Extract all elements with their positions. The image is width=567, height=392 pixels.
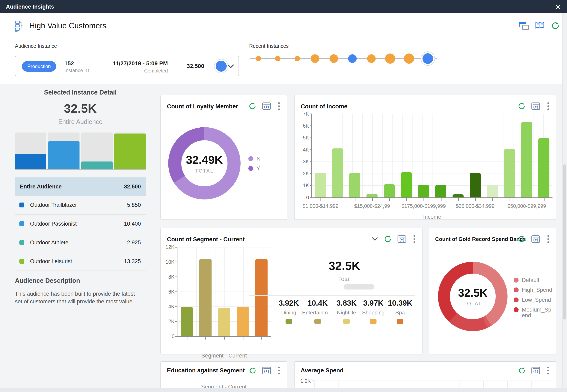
stat-swatch	[285, 319, 292, 324]
live-window-icon[interactable]: ()	[262, 102, 271, 110]
minichart-baseline	[15, 169, 146, 170]
bar	[418, 185, 429, 198]
instance-count: 32,500	[187, 63, 204, 70]
refresh-icon[interactable]	[249, 367, 256, 375]
instance-dot[interactable]	[311, 54, 319, 63]
legend-dot	[248, 156, 253, 161]
bar	[504, 149, 515, 197]
chevron-down-icon[interactable]	[372, 237, 378, 241]
live-window-icon[interactable]: ()	[398, 235, 406, 243]
donut-total-label: TOTAL	[463, 301, 482, 307]
instance-id-value: 152	[64, 60, 74, 67]
x-tick-label: $15,000-$24,99	[354, 203, 390, 209]
bar	[199, 259, 211, 336]
card-segment-current: Count of Segment - Current () Segment - …	[161, 228, 422, 354]
segment-label: Outdoor Leisurist	[30, 258, 72, 265]
refresh-icon[interactable]	[518, 367, 526, 375]
instance-dot[interactable]	[348, 54, 357, 63]
legend-item: Medium_Spend	[514, 307, 554, 319]
close-icon[interactable]: ✕	[553, 3, 562, 12]
more-menu-icon[interactable]	[412, 234, 417, 244]
more-menu-icon[interactable]	[546, 101, 551, 111]
stat-label: Spa	[387, 309, 414, 316]
more-menu-icon[interactable]	[277, 366, 282, 375]
window-titlebar: Audience Insights ✕	[0, 0, 567, 13]
list-item[interactable]: Outdoor Trailblazer5,850	[15, 196, 146, 215]
card-education-segment: Education against Segment () Segment - C…	[161, 361, 287, 392]
instance-card-divider	[177, 59, 177, 73]
x-axis-title: Segment - Current	[178, 353, 271, 359]
instance-dot[interactable]	[275, 56, 281, 61]
y-tick-label: 2K	[168, 319, 175, 324]
y-tick-label: 1K	[303, 182, 309, 188]
live-window-icon[interactable]: ()	[531, 367, 540, 374]
stat-column: 10.4KEntertainm…	[302, 299, 333, 324]
x-tick	[406, 198, 407, 201]
stat-value: 3.92K	[275, 299, 302, 308]
scrollbar-thumb[interactable]	[563, 164, 566, 320]
summary-value: 32,500	[124, 183, 141, 190]
x-tick	[475, 198, 476, 201]
x-tick	[187, 337, 187, 339]
refresh-icon[interactable]	[518, 235, 526, 243]
live-window-icon[interactable]: ()	[531, 102, 540, 110]
refresh-icon[interactable]	[384, 235, 392, 243]
more-menu-icon[interactable]	[546, 234, 551, 244]
bar	[181, 307, 193, 336]
card-title: Count of Gold Record Spend Bands	[435, 236, 526, 242]
entire-audience-row[interactable]: Entire Audience 32,500	[15, 177, 146, 196]
instance-dot[interactable]	[404, 54, 414, 64]
instance-dot[interactable]	[256, 56, 261, 61]
more-menu-icon[interactable]	[546, 366, 551, 375]
vertical-scrollbar[interactable]	[562, 13, 567, 388]
stat-value: 3.97K	[360, 299, 387, 308]
bar	[384, 184, 395, 197]
audience-composition-chart	[15, 132, 146, 169]
x-tick	[224, 337, 225, 339]
legend-label: Medium_Spend	[522, 307, 554, 319]
total-progress-pill	[343, 284, 374, 290]
legend-item: N	[248, 156, 261, 162]
x-axis	[311, 197, 552, 198]
instance-dot[interactable]	[422, 53, 433, 64]
list-item[interactable]: Outdoor Athlete2,925	[15, 233, 146, 252]
x-tick	[509, 198, 510, 201]
x-tick	[458, 198, 459, 201]
live-window-icon[interactable]: ()	[262, 367, 271, 374]
refresh-icon[interactable]	[248, 102, 256, 110]
stat-swatch	[397, 319, 403, 324]
list-item[interactable]: Outdoor Passionist10,400	[15, 215, 146, 233]
windows-icon[interactable]	[519, 22, 529, 30]
instance-dot[interactable]	[367, 54, 376, 63]
instance-dot[interactable]	[385, 54, 395, 64]
x-tick	[205, 337, 206, 339]
instance-dot[interactable]	[329, 54, 338, 63]
recent-instances-timeline	[250, 51, 438, 66]
refresh-icon[interactable]	[551, 21, 560, 30]
refresh-icon[interactable]	[518, 102, 526, 110]
bar	[218, 308, 230, 336]
card-title: Count of Segment - Current	[167, 236, 245, 243]
instance-dot[interactable]	[295, 56, 300, 61]
status-badge: Production	[22, 61, 56, 72]
horizontal-scrollbar[interactable]	[0, 388, 567, 392]
y-tick-label: 2K	[303, 170, 309, 176]
donut-total: 32.49K	[186, 153, 223, 166]
list-item[interactable]: Outdoor Leisurist13,325	[15, 252, 146, 271]
audience-insights-dialog: Audience Insights ✕ High Value Customers	[0, 0, 567, 392]
legend-label: High_Spend	[522, 287, 554, 293]
live-window-icon[interactable]: ()	[531, 235, 540, 243]
audience-instance-selector[interactable]: Production 152 Instance ID 11/27/2019 - …	[15, 56, 239, 76]
page-header: High Value Customers	[0, 13, 567, 38]
chevron-down-icon[interactable]	[227, 64, 234, 68]
x-tick	[261, 337, 262, 339]
loyalty-legend: NY	[248, 156, 261, 176]
composition-column	[114, 132, 146, 169]
bar	[349, 173, 360, 197]
more-menu-icon[interactable]	[277, 101, 282, 111]
card-gold-spend-bands: Count of Gold Record Spend Bands () 32.5…	[429, 228, 556, 354]
book-icon[interactable]	[535, 21, 545, 30]
stat-column: 3.92KDining	[275, 299, 302, 324]
window-title: Audience Insights	[6, 4, 54, 10]
y-tick-label: 0	[306, 195, 309, 200]
